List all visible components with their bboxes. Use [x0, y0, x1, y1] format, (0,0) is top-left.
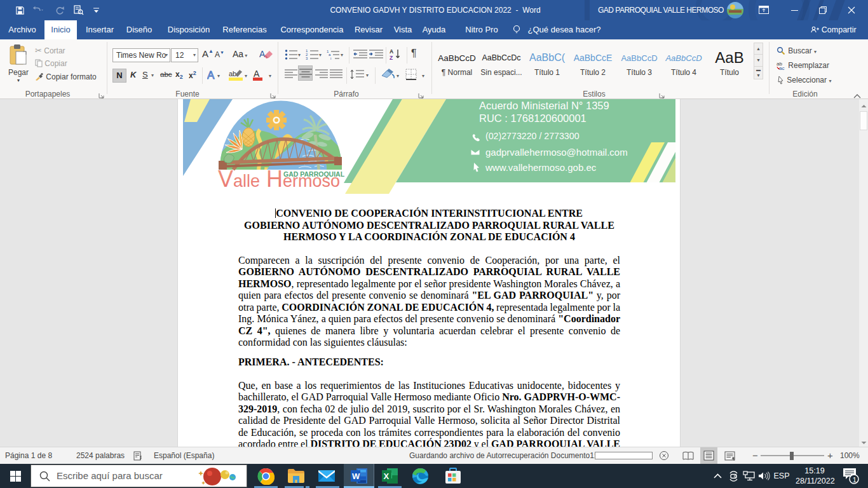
- svg-text:▾: ▾: [245, 73, 247, 79]
- svg-text:3: 3: [306, 57, 308, 60]
- svg-text:i: i: [330, 57, 331, 60]
- svg-text:A: A: [390, 48, 393, 55]
- svg-text:ab: ab: [229, 70, 236, 78]
- svg-text:▾: ▾: [319, 52, 322, 58]
- svg-text:RUC : 1768120600001: RUC : 1768120600001: [479, 112, 587, 124]
- svg-text:▾: ▾: [217, 73, 220, 79]
- svg-text:www.vallehermoso.gob.ec: www.vallehermoso.gob.ec: [485, 162, 597, 173]
- svg-text:A: A: [254, 69, 260, 79]
- svg-text:gadprvallehermoso@hotmail.com: gadprvallehermoso@hotmail.com: [485, 147, 628, 158]
- svg-text:W: W: [352, 471, 360, 481]
- svg-text:A: A: [207, 69, 215, 81]
- svg-text:▾: ▾: [269, 73, 271, 79]
- svg-text:X: X: [383, 471, 389, 481]
- svg-text:(02)2773220 / 2773300: (02)2773220 / 2773300: [485, 131, 580, 141]
- svg-text:1: 1: [853, 476, 857, 484]
- svg-text:▾: ▾: [397, 73, 399, 79]
- svg-text:▾: ▾: [422, 73, 424, 79]
- svg-text:ac: ac: [779, 65, 784, 70]
- svg-text:▾: ▾: [298, 52, 301, 58]
- svg-text:Acuerdo Ministerial N° 1359: Acuerdo Ministerial N° 1359: [479, 100, 609, 111]
- svg-text:▾: ▾: [341, 52, 343, 58]
- svg-text:A: A: [259, 49, 266, 59]
- svg-text:Z: Z: [390, 55, 393, 60]
- svg-text:▾: ▾: [366, 72, 369, 78]
